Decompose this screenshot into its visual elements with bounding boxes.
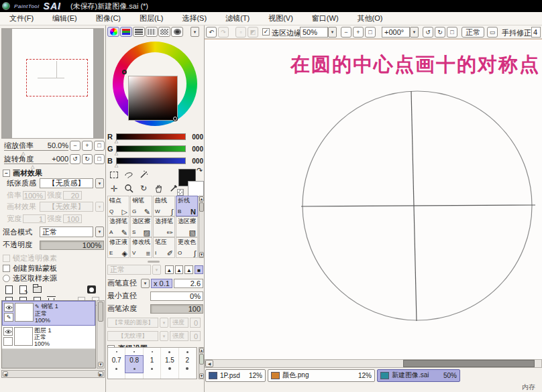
rotate-cw-button[interactable]: ↻ [435,27,445,38]
transparent-color-toggle[interactable] [177,189,184,196]
tool-anchor[interactable]: 锚点Q▷ [107,196,129,216]
lasso-tool[interactable] [122,169,136,181]
paper-texture-dropdown-icon[interactable]: ▼ [95,178,104,188]
tool-curve[interactable]: 曲线W∫ [153,196,175,216]
brush-edge-flat-button[interactable]: ■ [195,265,203,274]
canvas-hscrollbar[interactable]: ◀ [205,359,542,368]
layer-row-layer1[interactable]: 图层 1 正常 100% [2,326,95,349]
menu-item-layer[interactable]: 图层(L) [130,12,172,25]
size-preset-1.5[interactable]: 1.5 [161,348,178,379]
canvas-viewport[interactable]: 在圆的中心点画十的对称点 [205,39,542,359]
menu-item-view[interactable]: 视图(V) [259,12,303,25]
color-mixer-tab[interactable] [146,27,158,37]
tab-1p-psd[interactable]: 1P.psd 12% [205,369,266,382]
invert-selection-button[interactable]: ◩ [248,27,258,38]
tool-select-eraser[interactable]: 选区擦S▨ [130,216,152,237]
color-wheel-tab[interactable] [107,27,119,37]
hsv-slider-tab[interactable] [133,27,145,37]
blend-mode-select[interactable]: 正常 [40,226,93,237]
move-tool[interactable]: ✛ [107,182,121,194]
size-preset-2[interactable]: 2 [179,348,197,379]
brush-size-value[interactable]: 2.6 [174,279,203,288]
nav-rotate-reset-button[interactable]: □ [94,154,105,164]
size-preset-0.8[interactable]: 0.8 [125,348,143,379]
hand-tool[interactable] [152,182,165,194]
new-linework-layer-button[interactable]: ✎ [17,284,29,295]
brush-edge-soft-button[interactable]: ▲ [184,265,193,274]
panel-splitter-handle[interactable] [148,261,160,263]
brush-blend-mode-select[interactable]: 正常 [107,265,151,275]
nav-zoom-out-button[interactable]: − [70,141,80,151]
brush-texture-dropdown-icon[interactable]: ▼ [160,331,168,341]
brush-edge-mid-button[interactable]: ▲ [175,265,184,274]
size-presets-scrollbar[interactable]: ▲ ▼ [199,347,205,379]
swatches-tab[interactable] [158,27,170,37]
effect-width-value[interactable]: 1 [23,214,46,223]
brush-size-unit-dropdown-icon[interactable]: ▼ [141,279,150,288]
zoom-tool[interactable] [122,182,136,194]
blend-mode-dropdown-icon[interactable]: ▼ [95,226,104,237]
layer-visibility-toggle[interactable] [3,327,13,336]
size-preset-0.7[interactable]: 0.7 [108,348,125,379]
navigator-preview[interactable] [1,28,104,139]
brush-shape-strength-value[interactable]: 0 [190,318,201,328]
brush-edge-hard-button[interactable]: ▲ [165,265,174,274]
menu-item-filter[interactable]: 滤镜(T) [216,12,259,25]
nav-zoom-reset-button[interactable]: □ [94,141,105,151]
tool-correction-fluid[interactable]: 修正液E◈ [107,237,129,258]
nav-rotate-cw-button[interactable]: ↻ [82,154,93,164]
color-wheel[interactable] [106,39,205,130]
canvas-effect-select[interactable]: 【无效果】 [40,202,93,212]
size-preset-1[interactable]: 1 [144,348,161,379]
tab-yanse-png[interactable]: 颜色.png 12% [268,369,375,382]
deselect-button[interactable]: ▫ [235,27,246,38]
tool-select-eraser-2[interactable]: 选区擦▧ [176,216,198,237]
flip-view-button[interactable]: ▭ [487,27,498,38]
paper-scale-value[interactable]: 100% [23,191,46,200]
brush-size-multiplier[interactable]: x 0.1 [151,279,172,288]
saturation-value-square[interactable] [128,76,178,121]
tool-pressure[interactable]: 笔压I✐ [153,237,175,258]
opacity-slider[interactable]: 100% [40,241,104,250]
material-collapse-button[interactable]: − [3,170,10,177]
r-slider[interactable]: △ [116,133,186,140]
zoom-reset-button[interactable]: □ [365,27,376,38]
swap-colors-icon[interactable]: ↷ [197,166,203,175]
brush-shape-dropdown-icon[interactable]: ▼ [160,318,168,328]
nav-zoom-in-button[interactable]: + [82,141,93,151]
min-size-value[interactable]: 0% [150,291,203,301]
tool-grid-scrollbar[interactable]: ▲ ▼ [199,196,205,258]
lock-alpha-checkbox[interactable] [3,255,10,262]
selection-source-radio[interactable] [3,275,10,282]
selection-edge-checkbox[interactable]: ✓ [262,28,270,36]
menu-item-others[interactable]: 其他(O) [348,12,392,25]
layer-list-hscrollbar[interactable]: ◀ ▶ [1,370,105,378]
clipping-mask-checkbox[interactable] [3,265,10,272]
layer-mask-button[interactable] [85,284,97,295]
rotate-view-tool[interactable]: ↻ [137,182,150,194]
stabilizer-value[interactable]: 4 [531,27,541,38]
new-layer-folder-button[interactable] [31,284,43,295]
new-layer-button[interactable] [3,284,15,295]
rotation-angle-dropdown-icon[interactable]: ▼ [410,27,419,38]
paper-texture-select[interactable]: 【无质感】 [40,178,93,188]
rotation-angle-value[interactable]: +000° [382,27,410,38]
scratchpad-tab[interactable] [171,27,183,37]
brush-blend-dropdown-icon[interactable]: ▼ [152,265,161,275]
magic-wand-tool[interactable] [137,169,150,181]
tab-xinjian-tuxiang-sai[interactable]: 新建图像.sai 50% [377,369,460,382]
tool-change-color[interactable]: 更改色O∫ [176,237,198,258]
rect-select-tool[interactable] [107,169,121,181]
canvas-hscroll-thumb[interactable] [403,360,535,367]
brush-shape-select[interactable]: 【常规的圆形】 [107,318,158,328]
g-slider[interactable]: △ [116,145,186,152]
menu-item-edit[interactable]: 编辑(E) [43,12,87,25]
brush-texture-strength-value[interactable]: 0 [190,331,201,341]
undo-button[interactable]: ↶ [206,27,217,38]
menu-item-file[interactable]: 文件(F) [0,12,43,25]
canvas-effect-dropdown-icon[interactable]: ▼ [95,202,104,212]
tool-edit-line[interactable]: 修改线V≡ [130,237,152,258]
redo-button[interactable]: ↷ [218,27,229,38]
tool-polyline[interactable]: 折线BN [176,196,198,216]
rgb-slider-tab[interactable] [120,27,132,37]
